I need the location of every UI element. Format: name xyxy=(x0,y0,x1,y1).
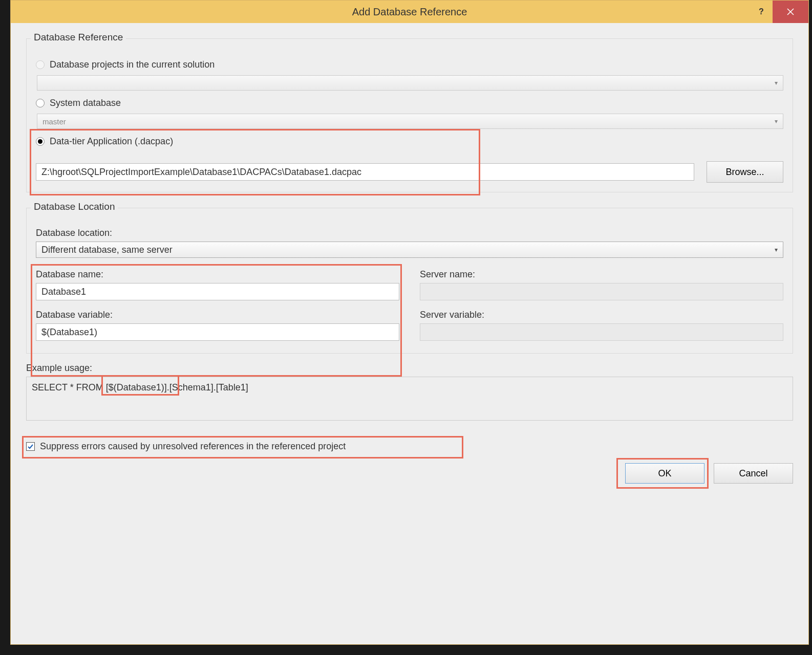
server-name-label: Server name: xyxy=(420,269,783,280)
dialog-add-database-reference: Add Database Reference ? Database Refere… xyxy=(10,0,809,645)
radio-dacpac[interactable] xyxy=(36,137,45,146)
suppress-errors-row[interactable]: Suppress errors caused by unresolved ref… xyxy=(26,441,793,452)
suppress-errors-checkbox[interactable] xyxy=(26,442,35,451)
radio-system-label: System database xyxy=(50,98,121,108)
suppress-errors-label: Suppress errors caused by unresolved ref… xyxy=(40,441,346,452)
close-icon xyxy=(787,8,794,15)
dacpac-path-input[interactable] xyxy=(36,163,694,181)
col-server: Server name: Server variable: xyxy=(420,269,783,344)
group-database-reference: Database Reference Database projects in … xyxy=(26,38,793,192)
db-variable-label: Database variable: xyxy=(36,310,399,320)
group-title-db-loc: Database Location xyxy=(31,201,118,212)
dialog-title: Add Database Reference xyxy=(352,6,467,18)
combo-system-db-value: master xyxy=(42,117,66,126)
group-title-db-ref: Database Reference xyxy=(31,32,126,43)
server-variable-label: Server variable: xyxy=(420,310,783,320)
radio-system[interactable] xyxy=(36,99,45,107)
radio-row-system[interactable]: System database xyxy=(36,98,783,108)
db-name-input[interactable] xyxy=(36,283,399,300)
col-database: Database name: Database variable: xyxy=(36,269,399,344)
dialog-content: Database Reference Database projects in … xyxy=(11,23,808,494)
server-variable-input xyxy=(420,323,783,341)
group-database-location: Database Location Database location: Dif… xyxy=(26,208,793,354)
radio-projects xyxy=(36,60,45,69)
example-usage-text: SELECT * FROM [$(Database1)].[Schema1].[… xyxy=(32,382,248,392)
chevron-down-icon: ▾ xyxy=(775,118,778,125)
example-usage-area: SELECT * FROM [$(Database1)].[Schema1].[… xyxy=(26,377,793,421)
close-button[interactable] xyxy=(773,1,808,23)
titlebar-controls: ? xyxy=(750,1,808,23)
combo-system-db: master ▾ xyxy=(37,114,783,129)
ok-button[interactable]: OK xyxy=(625,463,704,484)
dialog-button-row: OK Cancel xyxy=(26,463,793,484)
combo-db-location[interactable]: Different database, same server ▾ xyxy=(36,242,783,258)
combo-projects: — ▾ xyxy=(37,75,783,91)
chevron-down-icon: ▾ xyxy=(775,246,778,253)
db-location-label: Database location: xyxy=(36,228,783,238)
combo-db-location-value: Different database, same server xyxy=(41,245,173,255)
cancel-button[interactable]: Cancel xyxy=(714,463,793,484)
db-name-label: Database name: xyxy=(36,269,399,280)
radio-row-projects: Database projects in the current solutio… xyxy=(36,59,783,70)
radio-row-dacpac[interactable]: Data-tier Application (.dacpac) xyxy=(36,136,783,147)
radio-projects-label: Database projects in the current solutio… xyxy=(50,59,215,70)
checkmark-icon xyxy=(27,443,34,450)
help-button[interactable]: ? xyxy=(750,1,773,23)
browse-button[interactable]: Browse... xyxy=(707,161,783,183)
titlebar: Add Database Reference ? xyxy=(11,1,808,23)
radio-dacpac-label: Data-tier Application (.dacpac) xyxy=(50,136,173,147)
chevron-down-icon: ▾ xyxy=(775,79,778,86)
example-usage-label: Example usage: xyxy=(26,363,793,374)
server-name-input xyxy=(420,283,783,300)
db-variable-input[interactable] xyxy=(36,323,399,341)
